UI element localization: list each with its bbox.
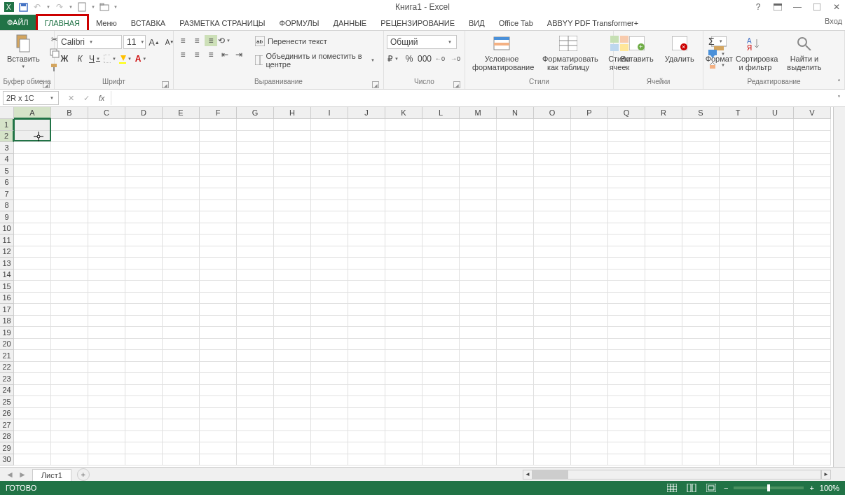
cell[interactable] [88,270,125,281]
tab-insert[interactable]: ВСТАВКА [124,16,172,30]
cell[interactable] [274,362,311,374]
cell[interactable] [645,385,682,397]
cell[interactable] [794,454,831,466]
cell[interactable] [385,431,422,443]
cell[interactable] [608,223,645,235]
cell[interactable] [757,188,794,200]
cell[interactable] [645,234,682,246]
cell[interactable] [720,188,757,200]
cell[interactable] [608,373,645,385]
maximize-icon[interactable] [811,1,823,13]
cell[interactable] [534,234,571,246]
cell[interactable] [497,188,534,200]
cell[interactable] [88,442,125,454]
cell[interactable] [125,454,163,466]
cell[interactable] [88,408,125,420]
cell[interactable] [163,211,200,223]
cell[interactable] [497,339,534,351]
cell[interactable] [163,373,200,385]
cell[interactable] [274,316,311,328]
cell[interactable] [14,223,51,235]
cell[interactable] [682,316,720,328]
cell[interactable] [534,211,571,223]
cell[interactable] [88,362,125,374]
cell[interactable] [757,316,794,328]
cell[interactable] [757,270,794,281]
cell[interactable] [497,350,534,362]
cells-area[interactable] [14,119,833,467]
cell[interactable] [794,119,831,131]
cell[interactable] [14,304,51,316]
cell[interactable] [311,385,348,397]
cell[interactable] [385,211,422,223]
fill-button[interactable]: ▼ [708,49,727,59]
cell[interactable] [571,223,608,235]
cell[interactable] [51,327,88,339]
cell[interactable] [348,200,385,212]
cell[interactable] [51,246,88,258]
cell[interactable] [311,177,348,189]
cell[interactable] [794,270,831,281]
cell[interactable] [385,188,422,200]
cell[interactable] [682,304,720,316]
cell[interactable] [51,373,88,385]
format-as-table-button[interactable]: Форматировать как таблицу [538,32,598,73]
cell[interactable] [51,154,88,166]
cell[interactable] [163,234,200,246]
cell[interactable] [608,177,645,189]
cell[interactable] [14,281,51,293]
cell[interactable] [163,316,200,328]
cell[interactable] [720,362,757,374]
cell[interactable] [237,211,274,223]
cell[interactable] [608,454,645,466]
hscroll-right-icon[interactable]: ► [821,470,831,479]
zoom-slider[interactable] [734,486,804,489]
cell[interactable] [720,154,757,166]
cell[interactable] [534,339,571,351]
cell[interactable] [720,234,757,246]
cell[interactable] [422,188,460,200]
cell[interactable] [200,316,237,328]
cell[interactable] [200,385,237,397]
cell[interactable] [720,419,757,431]
cell[interactable] [757,327,794,339]
cell[interactable] [571,327,608,339]
cell[interactable] [645,131,682,143]
cell[interactable] [163,419,200,431]
cell[interactable] [422,200,460,212]
cell[interactable] [274,142,311,154]
cell[interactable] [200,119,237,131]
cell[interactable] [237,119,274,131]
cell[interactable] [311,396,348,408]
cell[interactable] [794,258,831,270]
percent-format-icon[interactable]: % [402,52,416,66]
row-header[interactable]: 11 [0,234,14,246]
cell[interactable] [682,223,720,235]
cell[interactable] [385,373,422,385]
cell[interactable] [14,131,51,143]
cell[interactable] [163,442,200,454]
cell[interactable] [645,431,682,443]
cell[interactable] [311,119,348,131]
cell[interactable] [608,316,645,328]
row-header[interactable]: 2 [0,131,14,143]
cell[interactable] [125,350,163,362]
bold-button[interactable]: Ж [57,52,71,66]
row-header[interactable]: 20 [0,339,14,351]
view-page-break-icon[interactable] [704,483,718,493]
cell[interactable] [460,131,497,143]
cell[interactable] [720,350,757,362]
cell[interactable] [14,362,51,374]
cell[interactable] [14,165,51,177]
cell[interactable] [497,419,534,431]
cell[interactable] [497,362,534,374]
row-header[interactable]: 12 [0,246,14,258]
increase-decimal-icon[interactable]: ←0 [433,52,447,66]
merge-center-button[interactable]: Объединить и поместить в центре▼ [251,50,380,70]
cell[interactable] [88,246,125,258]
cell[interactable] [571,316,608,328]
sheet-nav-next-icon[interactable]: ► [18,470,27,479]
tab-page-layout[interactable]: РАЗМЕТКА СТРАНИЦЫ [172,16,272,30]
cell[interactable] [274,188,311,200]
cell[interactable] [311,454,348,466]
